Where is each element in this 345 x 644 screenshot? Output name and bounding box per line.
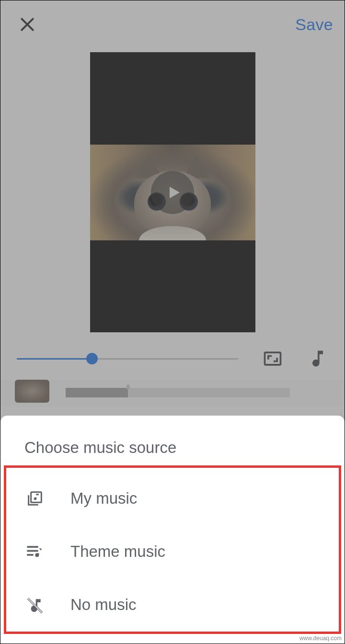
svg-rect-6 <box>27 554 33 556</box>
no-music-icon <box>24 595 46 614</box>
editor-top-bar: Save <box>0 0 345 48</box>
player-controls <box>0 332 345 380</box>
play-icon <box>165 184 183 201</box>
progress-slider[interactable] <box>17 353 238 364</box>
clip-trim-bar[interactable] <box>66 384 290 398</box>
music-note-icon <box>307 348 328 369</box>
trim-handle[interactable] <box>126 384 130 389</box>
close-button[interactable] <box>18 15 37 34</box>
option-my-music[interactable]: My music <box>6 468 339 525</box>
sheet-title: Choose music source <box>0 416 345 465</box>
svg-rect-3 <box>31 492 42 503</box>
svg-rect-5 <box>27 550 38 552</box>
svg-rect-4 <box>27 546 38 548</box>
progress-fill <box>17 358 92 360</box>
video-frame[interactable] <box>90 52 255 332</box>
music-source-sheet: Choose music source My music <box>0 416 345 644</box>
option-no-music[interactable]: No music <box>6 578 339 632</box>
video-preview-area <box>0 48 345 332</box>
save-button[interactable]: Save <box>295 15 333 34</box>
progress-thumb[interactable] <box>86 353 98 364</box>
clip-timeline-row <box>0 380 345 407</box>
option-theme-music[interactable]: Theme music <box>6 525 339 578</box>
my-music-icon <box>24 489 46 508</box>
music-options-highlight: My music Theme music No m <box>4 465 341 634</box>
svg-rect-2 <box>265 352 281 365</box>
option-label: Theme music <box>70 542 165 561</box>
option-label: My music <box>70 489 137 508</box>
aspect-ratio-icon <box>262 348 283 369</box>
option-label: No music <box>70 596 137 614</box>
music-button[interactable] <box>307 348 328 369</box>
play-button[interactable] <box>151 171 194 214</box>
watermark-text: www.deuaq.com <box>299 635 342 642</box>
clip-thumbnail[interactable] <box>15 380 49 403</box>
close-icon <box>18 15 37 34</box>
aspect-ratio-button[interactable] <box>262 348 283 369</box>
theme-music-icon <box>24 543 46 560</box>
